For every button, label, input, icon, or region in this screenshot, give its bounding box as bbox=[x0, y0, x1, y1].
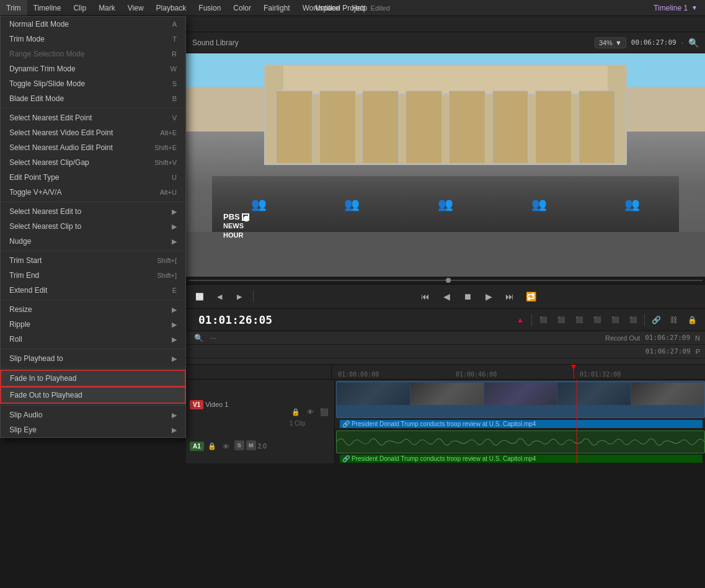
menu-view[interactable]: View bbox=[122, 0, 150, 16]
more-btn[interactable]: ··· bbox=[206, 331, 221, 345]
menu-trim-start[interactable]: Trim Start Shift+[ bbox=[1, 253, 185, 268]
audio-clip-block[interactable] bbox=[336, 430, 705, 453]
menu-trim-end[interactable]: Trim End Shift+] bbox=[1, 268, 185, 283]
menu-help[interactable]: Help bbox=[346, 0, 374, 16]
play-btn[interactable]: ▶ bbox=[480, 288, 497, 305]
menu-timeline[interactable]: Timeline bbox=[27, 0, 68, 16]
menu-slip-audio[interactable]: Slip Audio ▶ bbox=[1, 408, 185, 422]
timeline-ruler: 01:00:00:00 01:00:46:00 01:01:32:00 bbox=[186, 365, 705, 380]
audio-s-btn[interactable]: S bbox=[234, 440, 244, 450]
menu-clip[interactable]: Clip bbox=[67, 0, 92, 16]
audio-track-content: 🔗 President Donald Trump conducts troop … bbox=[335, 429, 705, 463]
menu-dynamic-trim-label: Dynamic Trim Mode bbox=[9, 65, 76, 73]
menu-normal-edit[interactable]: Normal Edit Mode A bbox=[1, 17, 185, 32]
prev-btn[interactable]: ◀ bbox=[211, 288, 228, 305]
menu-extend-edit-shortcut: E bbox=[172, 287, 177, 294]
menu-color[interactable]: Color bbox=[227, 0, 257, 16]
lock-btn[interactable]: 🔒 bbox=[684, 312, 700, 328]
menu-fairlight[interactable]: Fairlight bbox=[257, 0, 296, 16]
record-row-1: 🔍 ··· Record Out 01:06:27:09 N bbox=[186, 331, 705, 345]
overwrite-btn[interactable]: ⬛ bbox=[589, 312, 605, 328]
cursor-tool-btn[interactable]: ▲ bbox=[512, 312, 528, 328]
menu-nearest-audio[interactable]: Select Nearest Audio Edit Point Shift+E bbox=[1, 140, 185, 155]
video-track-controls: V1 Video 1 bbox=[190, 400, 287, 409]
menu-nudge-label: Nudge bbox=[9, 237, 31, 246]
menu-nudge[interactable]: Nudge ▶ bbox=[1, 234, 185, 249]
audio-gain-val: 2.0 bbox=[258, 443, 267, 450]
search-timeline-btn[interactable]: 🔍 bbox=[191, 331, 206, 345]
menu-range-selection[interactable]: Range Selection Mode R bbox=[1, 47, 185, 61]
next-btn[interactable]: ▶ bbox=[231, 288, 248, 305]
menu-toggle-va[interactable]: Toggle V+A/V/A Alt+U bbox=[1, 185, 185, 200]
menu-dynamic-trim[interactable]: Dynamic Trim Mode W bbox=[1, 61, 185, 76]
menu-playback[interactable]: Playback bbox=[150, 0, 193, 16]
link-icon-audio: 🔗 bbox=[342, 455, 350, 462]
playhead-thumb[interactable] bbox=[446, 278, 451, 283]
menu-edit-point-type[interactable]: Edit Point Type U bbox=[1, 170, 185, 185]
playhead-track[interactable] bbox=[188, 280, 703, 281]
timeline-name[interactable]: Timeline 1 bbox=[654, 4, 688, 12]
menu-normal-edit-shortcut: A bbox=[172, 20, 177, 28]
divider-2 bbox=[1, 202, 185, 202]
menu-select-nearest-edit-to[interactable]: Select Nearest Edit to ▶ bbox=[1, 204, 185, 219]
search-icon[interactable]: 🔍 bbox=[688, 38, 699, 48]
video-clip-title: President Donald Trump conducts troop re… bbox=[352, 421, 536, 427]
menu-fade-out[interactable]: Fade Out to Playhead bbox=[1, 387, 185, 403]
menu-trim[interactable]: Trim bbox=[0, 0, 27, 16]
stop-btn[interactable]: ⏹ bbox=[459, 288, 476, 305]
video-clip-block[interactable] bbox=[336, 381, 705, 418]
record-out-time1: 01:06:27:09 bbox=[645, 334, 690, 342]
audio-m-btn[interactable]: M bbox=[246, 440, 256, 450]
menu-roll[interactable]: Roll ▶ bbox=[1, 332, 185, 347]
timeline-toolbar: 01:01:26:05 ▲ ⬛ ⬛ ⬛ ⬛ ⬛ ⬛ 🔗 ⛓ 🔒 bbox=[186, 309, 705, 331]
menu-workspace[interactable]: Workspace bbox=[296, 0, 346, 16]
timeline-dropdown-icon[interactable]: ▼ bbox=[691, 4, 698, 11]
thumb-5 bbox=[631, 383, 704, 405]
audio-lock-btn[interactable]: 🔒 bbox=[206, 440, 218, 453]
splice-btn[interactable]: ⬛ bbox=[571, 312, 587, 328]
menu-resize-label: Resize bbox=[9, 305, 32, 314]
a1-label-btn[interactable]: A1 bbox=[190, 442, 204, 451]
zoom-selector[interactable]: 34% ▼ bbox=[595, 37, 626, 48]
menu-toggle-va-shortcut: Alt+U bbox=[160, 189, 177, 196]
menu-ripple[interactable]: Ripple ▶ bbox=[1, 317, 185, 332]
skip-back-btn[interactable]: ⏮ bbox=[417, 288, 434, 305]
fit-fill-btn[interactable]: ⬛ bbox=[625, 312, 641, 328]
menu-slip-eye[interactable]: Slip Eye ▶ bbox=[1, 422, 185, 437]
video-track-content: 🔗 President Donald Trump conducts troop … bbox=[335, 380, 705, 429]
divider-4 bbox=[1, 300, 185, 300]
menu-extend-edit[interactable]: Extend Edit E bbox=[1, 283, 185, 298]
loop-btn[interactable]: 🔁 bbox=[522, 288, 539, 305]
menu-bar: Trim Timeline Clip Mark View Playback Fu… bbox=[0, 0, 705, 16]
v1-label-btn[interactable]: V1 bbox=[190, 400, 203, 409]
replace-btn[interactable]: ⬛ bbox=[607, 312, 623, 328]
menu-nearest-clip-gap[interactable]: Select Nearest Clip/Gap Shift+V bbox=[1, 155, 185, 170]
menu-blade-edit[interactable]: Blade Edit Mode B bbox=[1, 91, 185, 106]
skip-forward-btn[interactable]: ⏭ bbox=[501, 288, 518, 305]
menu-select-nearest-clip-to[interactable]: Select Nearest Clip to ▶ bbox=[1, 219, 185, 234]
menu-select-nearest-edit-to-label: Select Nearest Edit to bbox=[9, 207, 81, 216]
trim-in-btn[interactable]: ⬛ bbox=[535, 312, 551, 328]
menu-mark[interactable]: Mark bbox=[92, 0, 122, 16]
record-row-2: 01:06:27:09 P bbox=[186, 345, 705, 359]
video-lock-btn[interactable]: 🔒 bbox=[290, 406, 302, 418]
menu-fade-in[interactable]: Fade In to Playhead bbox=[1, 370, 185, 386]
unlink-btn[interactable]: ⛓ bbox=[666, 312, 682, 328]
menu-slip-playhead[interactable]: Slip Playhead to ▶ bbox=[1, 351, 185, 366]
video-mute-btn[interactable]: ⬛ bbox=[318, 406, 330, 418]
menu-trim-start-shortcut: Shift+[ bbox=[157, 257, 177, 264]
menu-toggle-slip[interactable]: Toggle Slip/Slide Mode S bbox=[1, 76, 185, 91]
menu-range-selection-label: Range Selection Mode bbox=[9, 50, 84, 58]
audio-track-controls: A1 🔒 👁 S M 2.0 bbox=[190, 440, 330, 453]
link-btn[interactable]: 🔗 bbox=[648, 312, 664, 328]
menu-nearest-video[interactable]: Select Nearest Video Edit Point Alt+E bbox=[1, 125, 185, 140]
menu-nearest-edit-pt[interactable]: Select Nearest Edit Point V bbox=[1, 110, 185, 125]
menu-fusion[interactable]: Fusion bbox=[192, 0, 227, 16]
menu-trim-mode[interactable]: Trim Mode T bbox=[1, 32, 185, 47]
audio-eye-btn[interactable]: 👁 bbox=[220, 440, 233, 453]
step-back-btn[interactable]: ◀ bbox=[438, 288, 455, 305]
video-eye-btn[interactable]: 👁 bbox=[304, 406, 316, 418]
trim-out-btn[interactable]: ⬛ bbox=[553, 312, 569, 328]
monitor-btn[interactable]: ⬜ bbox=[191, 288, 208, 305]
menu-resize[interactable]: Resize ▶ bbox=[1, 302, 185, 317]
